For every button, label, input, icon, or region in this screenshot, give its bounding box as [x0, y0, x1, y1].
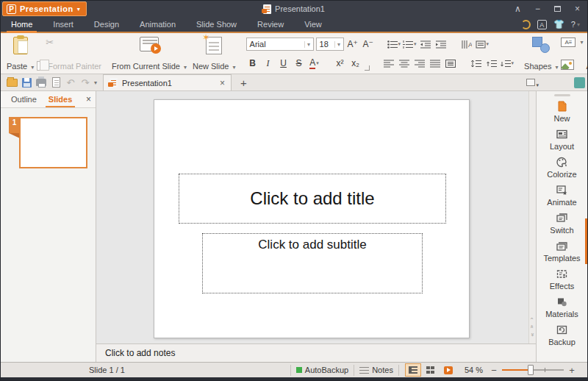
shapes-button[interactable]: Shapes ▾: [521, 35, 561, 72]
zoom-level[interactable]: 54 %: [465, 366, 483, 374]
next-slide-button[interactable]: »: [529, 333, 535, 336]
decrease-font-button[interactable]: A⁻: [362, 38, 375, 51]
arrange-button[interactable]: Arrange ▾: [584, 35, 588, 72]
zoom-in-button[interactable]: +: [567, 365, 577, 376]
sync-icon[interactable]: [521, 20, 531, 29]
align-center-button[interactable]: [398, 57, 411, 71]
font-name-combobox[interactable]: Arial▾: [246, 38, 314, 51]
document-tab[interactable]: Presentation1 ×: [103, 74, 232, 90]
sidebar-item-materials[interactable]: Materials: [545, 296, 578, 318]
text-box-button[interactable]: A≡▾: [561, 38, 583, 47]
copy-icon[interactable]: [37, 61, 45, 71]
sidebar-item-animate[interactable]: Animate: [547, 184, 576, 207]
save-button[interactable]: [19, 75, 34, 90]
undo-button[interactable]: ↶: [63, 75, 78, 90]
align-right-button[interactable]: [413, 57, 426, 71]
sidebar-collapse-handle[interactable]: [554, 94, 570, 96]
zoom-out-button[interactable]: −: [489, 365, 499, 376]
sidebar-item-layout[interactable]: Layout: [550, 128, 574, 151]
justify-button[interactable]: [429, 57, 442, 71]
superscript-button[interactable]: x²: [334, 57, 347, 71]
text-tool-icon[interactable]: A: [537, 20, 547, 29]
tab-view[interactable]: View: [294, 17, 332, 32]
italic-button[interactable]: I: [262, 57, 275, 71]
new-tab-button[interactable]: +: [232, 76, 256, 89]
underline-button[interactable]: U: [277, 57, 290, 71]
notes-toggle[interactable]: Notes: [372, 366, 393, 374]
normal-view-button[interactable]: [405, 363, 421, 377]
skin-icon[interactable]: 👕: [553, 19, 564, 29]
decrease-paragraph-spacing-button[interactable]: ▾: [501, 57, 514, 71]
increase-paragraph-spacing-button[interactable]: [485, 57, 498, 71]
close-panel-icon[interactable]: ×: [86, 94, 91, 104]
tab-home[interactable]: Home: [1, 17, 43, 32]
from-current-slide-button[interactable]: From Current Slide ▾: [109, 35, 190, 72]
bullet-list-button[interactable]: ▾: [387, 38, 401, 51]
new-slide-button[interactable]: ✶ New Slide ▾: [190, 35, 239, 72]
folder-icon: [7, 79, 18, 87]
close-button[interactable]: ×: [567, 1, 587, 17]
quickbar-customize-button[interactable]: ▾: [94, 79, 97, 86]
sidebar-item-colorize[interactable]: Colorize: [547, 156, 576, 179]
help-menu-button[interactable]: ?▾: [571, 20, 580, 29]
sidebar-scrollbar[interactable]: [585, 218, 587, 264]
print-button[interactable]: [34, 75, 49, 90]
sidebar-item-effects[interactable]: Effects: [550, 268, 574, 291]
maximize-button[interactable]: [548, 1, 567, 17]
slide-thumbnail[interactable]: [19, 117, 87, 168]
slideshow-button[interactable]: [440, 363, 456, 377]
font-size-combobox[interactable]: 18▾: [316, 38, 344, 51]
dialog-launcher-icon[interactable]: [365, 65, 370, 71]
tab-review[interactable]: Review: [247, 17, 294, 32]
zoom-slider[interactable]: [502, 365, 564, 375]
tab-design[interactable]: Design: [84, 17, 129, 32]
picture-button[interactable]: [561, 60, 574, 70]
line-spacing-button[interactable]: [470, 57, 483, 71]
zoom-slider-thumb[interactable]: [528, 365, 534, 375]
notes-pane[interactable]: Click to add notes: [96, 343, 536, 362]
menu-bar: Home Insert Design Animation Slide Show …: [1, 17, 587, 33]
subscript-button[interactable]: x₂: [349, 57, 362, 71]
sidebar-item-backup[interactable]: Backup: [548, 324, 576, 346]
collapse-window-button[interactable]: ∧: [508, 1, 528, 17]
title-placeholder[interactable]: Click to add title: [179, 174, 446, 224]
tab-slides[interactable]: Slides: [43, 91, 78, 107]
teal-app-icon[interactable]: [574, 77, 585, 88]
previous-slide-button[interactable]: »: [529, 325, 535, 328]
font-color-button[interactable]: A▾: [308, 57, 321, 71]
close-tab-icon[interactable]: ×: [220, 78, 225, 88]
strikethrough-button[interactable]: S: [293, 57, 306, 71]
tab-animation[interactable]: Animation: [129, 17, 186, 32]
sidebar-item-new[interactable]: New: [553, 100, 570, 123]
sidebar-item-templates[interactable]: Templates: [543, 240, 580, 263]
tab-outline[interactable]: Outline: [5, 91, 43, 107]
print-preview-button[interactable]: [49, 75, 63, 90]
open-button[interactable]: [4, 75, 19, 90]
subtitle-placeholder[interactable]: Click to add subtitle: [202, 233, 423, 293]
distribute-text-button[interactable]: [444, 57, 457, 71]
bold-button[interactable]: B: [246, 57, 259, 71]
minimize-button[interactable]: −: [528, 1, 548, 17]
increase-font-button[interactable]: A⁺: [346, 38, 359, 51]
cut-button[interactable]: ✂: [37, 37, 101, 48]
redo-button[interactable]: ↷: [78, 75, 93, 90]
vertical-scrollbar[interactable]: › » »: [528, 91, 536, 343]
slide-editor[interactable]: Click to add title Click to add subtitle: [154, 99, 470, 338]
tab-slide-show[interactable]: Slide Show: [186, 17, 247, 32]
increase-indent-button[interactable]: [434, 38, 448, 51]
align-text-button[interactable]: ▾: [476, 38, 490, 51]
decrease-indent-button[interactable]: [419, 38, 432, 51]
tab-insert[interactable]: Insert: [43, 17, 84, 32]
format-painter-button[interactable]: Format Painter: [37, 61, 101, 71]
paste-button[interactable]: Paste ▾: [4, 35, 37, 72]
align-left-button[interactable]: [382, 57, 395, 71]
numbered-list-button[interactable]: ▾: [403, 38, 417, 51]
slide-sorter-view-button[interactable]: [423, 363, 439, 377]
tab-list-button[interactable]: [523, 76, 539, 89]
text-direction-button[interactable]: A: [460, 38, 473, 51]
sidebar-item-switch[interactable]: Switch: [550, 212, 573, 235]
app-menu-button[interactable]: P Presentation ▾: [2, 1, 87, 16]
scroll-up-icon[interactable]: ›: [529, 318, 535, 320]
autobackup-label[interactable]: AutoBackup: [305, 366, 348, 374]
preview-icon: [52, 77, 60, 88]
